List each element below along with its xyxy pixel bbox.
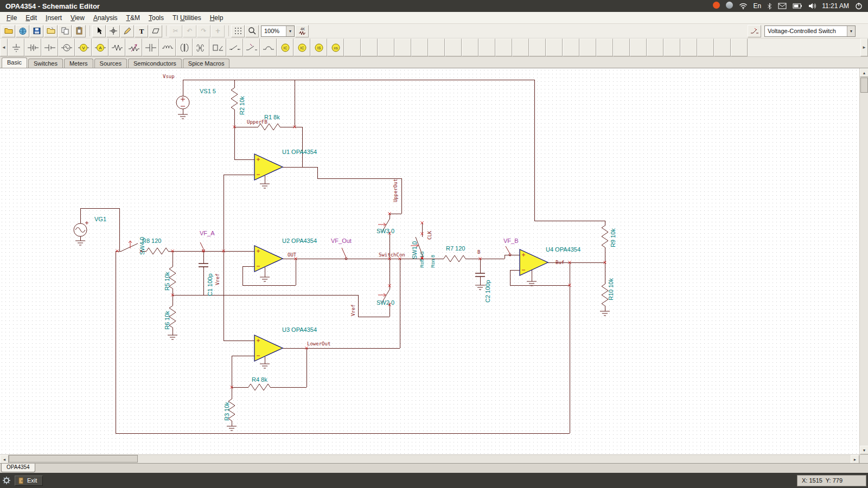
- horizontal-scroll-track[interactable]: [138, 455, 851, 463]
- scroll-up-icon[interactable]: ▲: [860, 68, 868, 77]
- schematic-label[interactable]: Ron 8: [430, 255, 436, 268]
- scroll-left-icon[interactable]: ◄: [0, 455, 9, 464]
- scroll-right-icon[interactable]: ►: [851, 455, 859, 464]
- text-tool-button[interactable]: T: [135, 25, 148, 37]
- relay-icon[interactable]: [209, 38, 226, 56]
- resistor-icon[interactable]: [108, 38, 125, 56]
- battery-icon[interactable]: [24, 38, 41, 56]
- scroll-down-icon[interactable]: ▼: [860, 446, 868, 454]
- ic-opamp-icon[interactable]: IC: [277, 38, 293, 56]
- schematic-label[interactable]: LowerOut: [307, 341, 330, 347]
- schematic-label[interactable]: R2 10k: [239, 96, 245, 115]
- schematic-label[interactable]: R4 8k: [252, 376, 267, 383]
- macro-4k-button[interactable]: 4K: [295, 25, 309, 37]
- clock[interactable]: 11:21 AM: [822, 2, 849, 10]
- schematic-label[interactable]: SwitchCon: [379, 252, 405, 258]
- schematic-label[interactable]: Vsup: [163, 73, 175, 80]
- coupled-inductors-icon[interactable]: [193, 38, 209, 56]
- bluetooth-icon[interactable]: [767, 3, 772, 10]
- schematic-label[interactable]: R7 120: [446, 245, 465, 252]
- undo-button[interactable]: ↶: [183, 25, 196, 37]
- zoom-select[interactable]: 100%▼: [261, 25, 295, 37]
- capacitor-icon[interactable]: [142, 38, 159, 56]
- palette-scroll-right-icon[interactable]: ►: [860, 38, 868, 56]
- schematic-label[interactable]: C2 100p: [484, 280, 491, 303]
- tab-meters[interactable]: Meters: [64, 59, 93, 68]
- zoom-tool-button[interactable]: [245, 25, 259, 37]
- battery-icon[interactable]: [793, 3, 802, 9]
- schematic-label[interactable]: SW1 0: [411, 241, 418, 259]
- schematic-label[interactable]: VG1: [94, 216, 106, 222]
- component-select[interactable]: Voltage-Controlled Switch ▼: [764, 25, 856, 37]
- menu-insert[interactable]: Insert: [41, 12, 66, 23]
- schematic-label[interactable]: R10 10k: [608, 278, 614, 300]
- schematic-label[interactable]: Buf: [556, 259, 564, 266]
- schematic-label[interactable]: U1 OPA4354: [282, 149, 317, 155]
- voltmeter-icon[interactable]: V: [75, 38, 92, 56]
- keyboard-indicator[interactable]: En: [754, 2, 762, 10]
- exit-button[interactable]: Exit: [15, 476, 43, 486]
- schematic-label[interactable]: Vref: [214, 273, 221, 285]
- schematic-label[interactable]: Roff 1G: [419, 251, 425, 268]
- menu-edit[interactable]: Edit: [21, 12, 41, 23]
- open-web-button[interactable]: [16, 25, 29, 37]
- menu-t-m[interactable]: T&M: [122, 12, 144, 23]
- schematic-label[interactable]: R8 120: [142, 237, 161, 244]
- schematic-label[interactable]: R9 10k: [610, 228, 616, 247]
- menu-analysis[interactable]: Analysis: [89, 12, 122, 23]
- switch-no-icon[interactable]: [226, 38, 243, 56]
- potentiometer-icon[interactable]: [125, 38, 142, 56]
- jumper-icon[interactable]: [260, 38, 277, 56]
- mail-icon[interactable]: [778, 3, 787, 9]
- redo-button[interactable]: ↷: [197, 25, 210, 37]
- schematic-label[interactable]: VS1 5: [200, 88, 216, 94]
- schematic-label[interactable]: U4 OPA4354: [546, 246, 580, 253]
- schematic-label[interactable]: B: [477, 249, 480, 255]
- schematic-label[interactable]: SW2 0: [376, 299, 394, 306]
- iis-source-icon[interactable]: IIS: [327, 38, 344, 56]
- horizontal-scroll-thumb[interactable]: [9, 455, 138, 463]
- schematic-canvas[interactable]: VsupVS1 5R2 10kUpperFBR1 8kU1 OPA4354VG1…: [0, 68, 859, 454]
- tab-semiconductors[interactable]: Semiconductors: [128, 59, 182, 68]
- paste-button[interactable]: [72, 25, 86, 37]
- zoom-dropdown-arrow[interactable]: ▼: [286, 26, 294, 36]
- transformer-icon[interactable]: [176, 38, 193, 56]
- vertical-scroll-thumb[interactable]: [860, 78, 868, 93]
- open-macro-button[interactable]: [44, 25, 58, 37]
- schematic-label[interactable]: SW3 0: [376, 228, 394, 234]
- vertical-scrollbar[interactable]: ▲ ▼: [859, 68, 868, 454]
- tab-basic[interactable]: Basic: [2, 57, 27, 68]
- cut-button[interactable]: ✂: [169, 25, 182, 37]
- volume-icon[interactable]: [808, 3, 816, 9]
- menu-file[interactable]: File: [2, 12, 21, 23]
- sheet-tab-opa4354[interactable]: OPA4354: [1, 464, 35, 472]
- grid-toggle-button[interactable]: [231, 25, 245, 37]
- copy-button[interactable]: [58, 25, 72, 37]
- schematic-label[interactable]: CLK: [426, 231, 433, 240]
- menu-help[interactable]: Help: [206, 12, 228, 23]
- cell-icon[interactable]: [41, 38, 58, 56]
- schematic-label[interactable]: R6 10k: [164, 311, 170, 330]
- select-cursor-button[interactable]: [92, 25, 106, 37]
- inductor-icon[interactable]: [159, 38, 176, 56]
- menu-view[interactable]: View: [66, 12, 89, 23]
- switch-controlled-icon[interactable]: [243, 38, 260, 56]
- component-select-arrow[interactable]: ▼: [847, 26, 855, 36]
- horizontal-scrollbar[interactable]: ◄ ►: [0, 454, 868, 463]
- tab-sources[interactable]: Sources: [94, 59, 127, 68]
- wifi-icon[interactable]: [739, 3, 748, 9]
- selected-component-icon[interactable]: [748, 25, 761, 37]
- schematic-label[interactable]: UpperOut: [392, 179, 399, 202]
- open-file-button[interactable]: [2, 25, 15, 37]
- schematic-label[interactable]: U3 OPA4354: [282, 326, 317, 333]
- save-button[interactable]: [30, 25, 43, 37]
- schematic-label[interactable]: OUT: [288, 252, 296, 258]
- ubuntu-orb-icon[interactable]: [713, 2, 720, 10]
- ground-icon[interactable]: [8, 38, 24, 56]
- shape-tool-button[interactable]: [149, 25, 162, 37]
- menu-tools[interactable]: Tools: [144, 12, 168, 23]
- add-button[interactable]: +: [211, 25, 225, 37]
- schematic-label[interactable]: C1 100p: [207, 273, 213, 296]
- me-sphere-icon[interactable]: [726, 2, 733, 10]
- palette-scroll-left-icon[interactable]: ◄: [0, 38, 8, 56]
